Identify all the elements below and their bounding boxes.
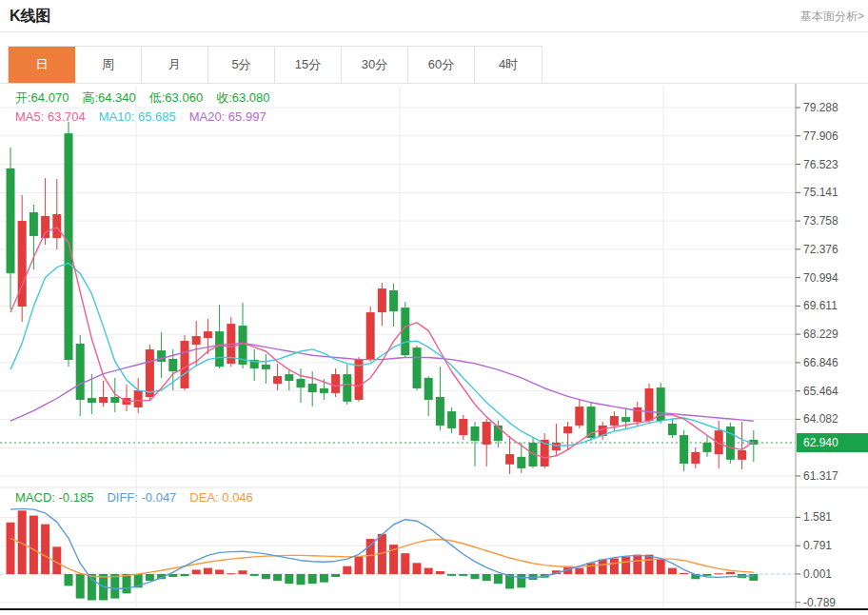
ohlc-high: 高:64.340	[82, 90, 135, 105]
candle-down	[273, 376, 282, 384]
candle-down	[378, 288, 386, 312]
candle-up	[157, 350, 166, 362]
macd-bar	[181, 574, 189, 576]
macd-bar	[343, 566, 351, 574]
candle-down	[691, 452, 700, 464]
candle-up	[88, 398, 96, 403]
candle-down	[575, 407, 583, 426]
macd-axis-tick: 0.001	[803, 568, 832, 580]
candle-up	[168, 359, 177, 371]
macd-bar	[447, 574, 456, 576]
candle-down	[52, 214, 61, 238]
macd-bar	[273, 574, 282, 581]
candle-down	[366, 312, 375, 360]
macd-bar	[517, 574, 525, 587]
candle-down	[738, 450, 746, 460]
y-axis-tick: 72.376	[803, 244, 838, 255]
ohlc-low: 低:63.060	[149, 90, 203, 105]
macd-bar	[123, 574, 131, 593]
candle-down	[192, 336, 201, 345]
candle-down	[134, 390, 143, 407]
macd-bar	[215, 569, 224, 574]
candle-down	[459, 419, 467, 435]
kline-page: K线图 基本面分析> 日周月5分15分30分60分4时 开:64.070高:64…	[0, 0, 868, 615]
diff-value: DIFF: -0.047	[107, 490, 176, 505]
current-price-badge: 62.940	[797, 433, 868, 452]
macd-bar	[610, 558, 619, 574]
macd-bar	[749, 574, 758, 581]
macd-bar	[657, 560, 665, 574]
macd-bar	[413, 563, 422, 574]
y-axis-tick: 73.758	[803, 215, 838, 227]
y-axis-tick: 66.846	[803, 357, 838, 368]
macd-bar	[30, 516, 38, 574]
macd-bar	[424, 568, 433, 574]
candle-up	[308, 384, 317, 392]
macd-bar	[494, 574, 503, 584]
macd-bar	[110, 574, 119, 599]
macd-bar	[366, 539, 375, 574]
y-axis-tick: 77.906	[803, 130, 838, 142]
candle-up	[262, 365, 270, 369]
macd-bar	[250, 574, 259, 576]
macd-bar	[146, 574, 154, 581]
y-axis-tick: 76.523	[803, 159, 838, 170]
macd-bar	[204, 568, 212, 574]
macd-bar	[621, 557, 630, 574]
macd-bar	[680, 573, 688, 574]
candle-up	[447, 411, 456, 428]
macd-bar	[715, 573, 723, 574]
macd-bar	[436, 571, 444, 574]
macd-bar	[483, 574, 491, 581]
macd-bar	[192, 569, 201, 574]
dea-value: DEA: 0.046	[189, 490, 253, 505]
macd-bar	[239, 570, 247, 574]
macd-bar	[726, 572, 735, 574]
candle-down	[483, 422, 491, 445]
candle-up	[621, 417, 630, 422]
macd-bar	[471, 574, 480, 579]
candle-down	[99, 397, 108, 403]
candle-up	[413, 347, 422, 388]
candle-up	[30, 212, 38, 236]
ohlc-open: 开:64.070	[15, 90, 69, 105]
candle-down	[715, 430, 723, 454]
macd-bar	[668, 568, 677, 574]
y-axis-tick: 79.288	[803, 102, 838, 113]
macd-bar	[76, 574, 85, 599]
ma5-line	[10, 228, 754, 458]
candle-up	[703, 443, 712, 452]
macd-bar	[297, 574, 306, 585]
y-axis-tick: 70.994	[803, 272, 838, 284]
macd-bar	[331, 574, 340, 577]
candle-up	[389, 290, 398, 311]
macd-bar	[88, 574, 96, 601]
candle-up	[65, 133, 73, 360]
macd-bar	[285, 574, 293, 584]
macd-axis-tick: -0.789	[803, 597, 836, 608]
candle-up	[680, 435, 688, 464]
candle-up	[76, 344, 85, 400]
candle-down	[41, 216, 49, 238]
macd-bar	[459, 574, 467, 576]
macd-bar	[401, 553, 409, 574]
macd-bar	[587, 563, 596, 574]
candle-up	[320, 388, 328, 393]
candle-up	[436, 397, 444, 426]
candle-down	[610, 416, 619, 426]
candle-up	[110, 397, 119, 403]
ma20-value: MA20: 65.997	[189, 109, 266, 124]
y-axis-tick: 68.229	[803, 328, 838, 340]
macd-bar	[320, 574, 328, 583]
ma-legend: MA5: 63.704MA10: 65.685MA20: 65.997	[15, 109, 280, 124]
candle-down	[331, 374, 340, 393]
macd-bar	[41, 525, 49, 574]
candle-up	[7, 169, 15, 273]
ohlc-legend: 开:64.070高:64.340低:63.060收:63.080	[15, 89, 284, 107]
y-axis-tick: 75.141	[803, 187, 838, 198]
candle-down	[552, 443, 561, 450]
macd-bar	[168, 574, 177, 577]
candle-up	[424, 378, 433, 400]
candle-down	[505, 454, 514, 465]
macd-bar	[308, 574, 317, 584]
